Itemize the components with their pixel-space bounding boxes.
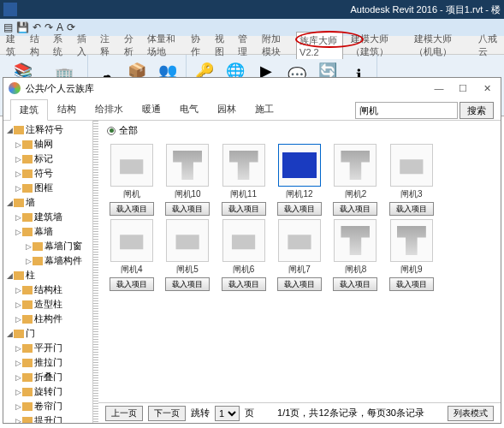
maximize-button[interactable]: ☐ [454,83,471,94]
item-thumbnail [390,219,433,262]
tree-node[interactable]: ▷符号 [3,166,92,181]
folder-icon [14,199,24,207]
page-select[interactable]: 1 [215,406,240,421]
tree-arrow-icon: ▷ [14,417,22,424]
category-tab[interactable]: 给排水 [86,98,133,120]
search-button[interactable]: 搜索 [460,102,494,119]
tree-node[interactable]: ▷推拉门 [3,355,92,370]
library-item[interactable]: 闸机7载入项目 [273,219,325,291]
tree-arrow-icon: ▷ [24,257,33,265]
load-project-button[interactable]: 载入项目 [165,202,210,216]
next-page-button[interactable]: 下一页 [148,406,186,421]
load-project-button[interactable]: 载入项目 [333,202,377,216]
library-item[interactable]: 闸机10载入项目 [161,144,213,216]
item-name: 闸机8 [345,264,367,276]
tree-node[interactable]: ▷提升门 [3,413,92,423]
item-name: 闸机4 [121,264,143,276]
dialog-icon [9,82,21,94]
load-project-button[interactable]: 载入项目 [277,202,322,216]
category-tab[interactable]: 建筑 [10,99,48,121]
close-button[interactable]: ✕ [478,83,495,94]
jump-label: 跳转 [191,407,210,419]
library-item[interactable]: 闸机3载入项目 [385,144,437,216]
tree-arrow-icon: ▷ [14,213,22,222]
library-item[interactable]: 闸机12载入项目 [273,144,325,216]
tree-node[interactable]: ◢门 [3,326,92,341]
pagination-footer: 上一页 下一页 跳转 1 页 1/1页，共12条记录，每页30条记录 列表模式 [98,402,501,423]
tree-node[interactable]: ▷结构柱 [3,282,92,297]
library-item[interactable]: 闸机9载入项目 [385,219,437,291]
load-project-button[interactable]: 载入项目 [222,202,266,216]
library-item[interactable]: 闸机5载入项目 [161,219,213,291]
load-project-button[interactable]: 载入项目 [389,277,434,291]
tree-label: 结构柱 [34,283,62,296]
tree-label: 旋转门 [34,385,62,398]
load-project-button[interactable]: 载入项目 [389,202,434,216]
load-project-button[interactable]: 载入项目 [110,202,154,216]
tree-node[interactable]: ▷卷帘门 [3,399,92,413]
folder-icon [14,126,24,134]
tree-arrow-icon: ▷ [14,388,22,396]
prev-page-button[interactable]: 上一页 [105,406,143,421]
list-mode-button[interactable]: 列表模式 [448,406,494,421]
library-item[interactable]: 闸机4载入项目 [105,219,157,291]
library-item[interactable]: 闸机6载入项目 [217,219,270,291]
radio-dot-icon [107,127,116,135]
library-item[interactable]: 闸机2载入项目 [329,144,382,216]
search-input[interactable] [355,102,458,119]
folder-icon [22,213,33,222]
tree-label: 折叠门 [34,371,62,383]
page-label: 页 [245,407,254,419]
tree-node[interactable]: ▷标记 [3,152,92,166]
tree-label: 墙 [26,196,35,209]
library-item[interactable]: 闸机11载入项目 [217,144,270,216]
tree-node[interactable]: ▷旋转门 [3,384,92,399]
item-name: 闸机7 [288,264,311,276]
tree-label: 符号 [34,167,53,180]
load-project-button[interactable]: 载入项目 [333,277,377,291]
tree-node[interactable]: ◢注释符号 [3,122,92,137]
tree-arrow-icon: ▷ [14,286,22,294]
tree-node[interactable]: ▷造型柱 [3,297,92,312]
item-name: 闸机11 [230,188,257,200]
tree-node[interactable]: ◢墙 [3,195,92,210]
tree-node[interactable]: ▷建筑墙 [3,210,92,224]
items-grid: 闸机载入项目闸机10载入项目闸机11载入项目闸机12载入项目闸机2载入项目闸机3… [98,140,501,402]
folder-icon [22,169,33,178]
load-project-button[interactable]: 载入项目 [277,277,322,291]
filter-radio[interactable]: 全部 [98,121,501,140]
library-item[interactable]: 闸机载入项目 [105,144,157,216]
item-thumbnail [166,144,209,187]
app-title: Autodesk Revit 2016 - [351,4,443,15]
tree-node[interactable]: ▷折叠门 [3,370,92,384]
library-item[interactable]: 闸机8载入项目 [329,219,382,291]
tree-node[interactable]: ◢柱 [3,268,92,282]
category-tab[interactable]: 园林 [208,98,246,120]
category-tab[interactable]: 电气 [170,98,208,120]
tree-node[interactable]: ▷幕墙门窗 [3,239,92,253]
load-project-button[interactable]: 载入项目 [222,277,266,291]
folder-icon [22,140,33,149]
item-thumbnail [334,144,377,187]
category-tab[interactable]: 结构 [48,98,86,120]
tree-node[interactable]: ▷轴网 [3,137,92,152]
tree-node[interactable]: ▷平开门 [3,341,92,355]
menu-tabs: 建筑结构系统插入注释分析体量和场地协作视图管理附加模块族库大师V2.2建模大师（… [0,36,504,55]
category-tab[interactable]: 暖通 [133,98,170,120]
tree-label: 平开门 [34,342,62,354]
tree-node[interactable]: ▷幕墙构件 [3,253,92,268]
category-tab[interactable]: 施工 [246,98,283,120]
item-thumbnail [278,144,321,187]
folder-icon [22,228,33,236]
load-project-button[interactable]: 载入项目 [110,277,154,291]
tree-arrow-icon: ▷ [14,184,22,193]
tree-node[interactable]: ▷图框 [3,181,92,195]
load-project-button[interactable]: 载入项目 [165,277,210,291]
menu-tab[interactable]: 八戒云 [476,31,501,60]
tree-node[interactable]: ▷柱构件 [3,312,92,326]
folder-icon [22,286,33,294]
minimize-button[interactable]: — [430,83,448,94]
category-tree[interactable]: ◢注释符号▷轴网▷标记▷符号▷图框◢墙▷建筑墙▷幕墙▷幕墙门窗▷幕墙构件◢柱▷结… [3,121,93,423]
menu-tab[interactable]: 建模大师（机电） [412,31,470,60]
tree-node[interactable]: ▷幕墙 [3,224,92,239]
